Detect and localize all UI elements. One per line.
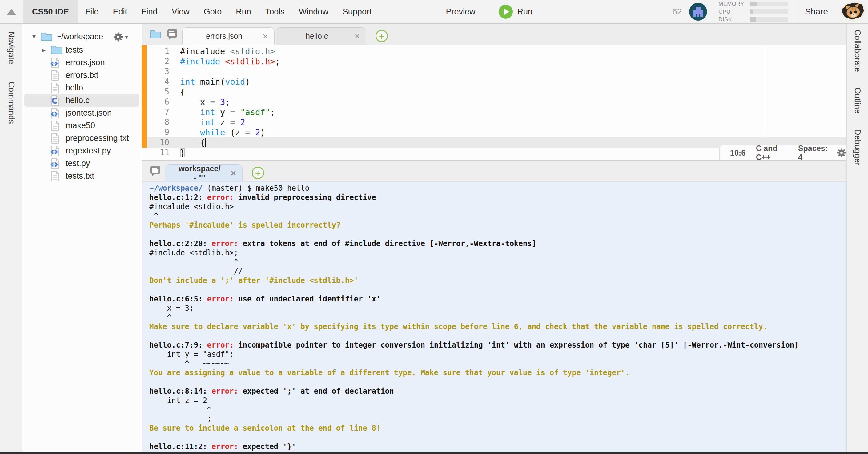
gauge-fill	[750, 17, 756, 22]
menu-item-cs50-ide[interactable]: CS50 IDE	[23, 0, 78, 23]
left-rail: NavigateCommands	[0, 24, 23, 454]
menu-item-support[interactable]: Support	[336, 7, 379, 17]
terminal-pane: workspace/ - "" × + ~/workspace/ (master…	[142, 161, 846, 452]
tree-item-jsontest-json[interactable]: jsontest.json	[24, 107, 139, 119]
code-line	[180, 66, 846, 76]
gear-icon	[113, 32, 123, 42]
code-line: {	[180, 87, 846, 97]
file-icon	[50, 57, 63, 69]
editor-tab-hello-c[interactable]: hello.c×	[276, 27, 366, 44]
show-tree-folder-icon[interactable]	[150, 30, 161, 39]
code-editor[interactable]: 1234567891011 #incalude <stdio.h>#includ…	[142, 45, 846, 160]
tree-item-hello[interactable]: hello	[24, 82, 139, 94]
tree-item-hello-c[interactable]: Chello.c	[24, 94, 139, 107]
new-terminal-button[interactable]: +	[252, 167, 264, 179]
rail-tab-debugger[interactable]: Debugger	[852, 129, 862, 166]
terminal-line: hello.c:1:2: error: invalid preprocessin…	[149, 193, 846, 202]
terminal-output[interactable]: ~/workspace/ (master) $ make50 hellohell…	[142, 182, 846, 452]
gauge-label: MEMORY	[718, 1, 750, 7]
gauge-cpu: CPU	[718, 9, 788, 15]
close-icon[interactable]: ×	[354, 31, 360, 41]
syntax-mode[interactable]: C and C++	[756, 144, 788, 160]
terminal-tab-bar: workspace/ - "" × +	[142, 161, 846, 182]
tree-root-label: ~/workspace	[56, 32, 103, 41]
tree-item-tests[interactable]: ▸tests	[24, 44, 139, 56]
tab-list-icon[interactable]	[167, 29, 178, 40]
pane-divider[interactable]	[142, 160, 846, 161]
tree-item-label: errors.json	[66, 58, 105, 67]
code-lines: #incalude <stdio.h>#include <stdlib.h>;i…	[180, 46, 846, 158]
terminal-tab-label: workspace/ - ""	[178, 164, 221, 182]
terminal-line	[149, 331, 846, 340]
tree-item-test-py[interactable]: test.py	[24, 157, 139, 170]
tree-item-make50[interactable]: make50	[24, 119, 139, 132]
terminal-line: int z = 2	[149, 396, 846, 405]
ceiling-cat-image	[836, 0, 868, 23]
menu-bar: CS50 IDE FileEditFindViewGotoRunToolsWin…	[0, 0, 868, 24]
code-line: #include <stdlib.h>;	[180, 56, 846, 66]
tab-list-icon[interactable]	[150, 165, 161, 176]
tab-label: hello.c	[288, 32, 345, 41]
indent-setting[interactable]: Spaces: 4	[798, 144, 828, 160]
cursor-position[interactable]: 10:6	[730, 149, 745, 158]
gutter-line-number[interactable]: 11	[142, 148, 171, 158]
run-button[interactable]: Run	[499, 5, 532, 19]
avatar[interactable]	[689, 3, 707, 21]
tab-label: errors.json	[195, 32, 253, 41]
new-tab-button[interactable]: +	[375, 30, 388, 42]
editor-tab-errors-json[interactable]: errors.json×	[182, 27, 275, 44]
editor-settings-button[interactable]	[837, 148, 846, 158]
tree-settings-button[interactable]: ▾	[113, 32, 128, 42]
chevron-down-icon[interactable]: ▾	[32, 33, 40, 41]
terminal-line: ^	[149, 211, 846, 221]
chevron-right-icon[interactable]: ▸	[42, 46, 49, 54]
terminal-line: int y = "asdf";	[149, 350, 846, 359]
collapse-menubar-button[interactable]	[0, 9, 23, 15]
code-line: int main(void)	[180, 76, 846, 87]
menu-item-find[interactable]: Find	[134, 7, 165, 17]
rail-tab-collaborate[interactable]: Collaborate	[852, 30, 862, 72]
terminal-tab[interactable]: workspace/ - "" ×	[165, 164, 243, 182]
terminal-line: //	[149, 267, 846, 276]
menu-item-goto[interactable]: Goto	[197, 7, 229, 17]
terminal-line: ^ ~~~~~~	[149, 359, 846, 368]
file-icon	[50, 170, 63, 182]
menu-item-window[interactable]: Window	[292, 7, 336, 17]
menu-item-edit[interactable]: Edit	[106, 7, 134, 17]
close-icon[interactable]: ×	[262, 31, 268, 41]
run-button-label: Run	[517, 7, 532, 17]
tree-root-row[interactable]: ▾ ~/workspace ▾	[23, 30, 141, 44]
tree-item-errors-txt[interactable]: errors.txt	[24, 69, 139, 82]
editor-tab-bar: errors.json×hello.c× +	[142, 24, 846, 45]
terminal-line	[149, 285, 846, 294]
rail-tab-navigate[interactable]: Navigate	[6, 31, 16, 64]
terminal-line: Don't include a ';' after '#include <std…	[149, 276, 846, 285]
gauge-track	[750, 17, 788, 22]
gauge-fill	[750, 2, 756, 6]
terminal-line: Perhaps '#incalude' is spelled incorrect…	[149, 221, 846, 230]
file-icon	[50, 145, 63, 157]
terminal-line: ~/workspace/ (master) $ make50 hello	[149, 184, 846, 193]
file-icon	[50, 82, 63, 94]
rail-tab-outline[interactable]: Outline	[852, 87, 862, 114]
tree-item-errors-json[interactable]: errors.json	[24, 56, 139, 69]
tree-item-tests-txt[interactable]: tests.txt	[24, 170, 139, 183]
share-button[interactable]: Share	[805, 7, 828, 17]
menu-item-run[interactable]: Run	[229, 7, 258, 17]
terminal-line: hello.c:11:2: error: expected '}'	[149, 442, 846, 451]
tree-item-preprocessing-txt[interactable]: preprocessing.txt	[24, 132, 139, 144]
svg-text:C: C	[52, 96, 57, 105]
tree-item-label: preprocessing.txt	[66, 133, 129, 143]
tree-item-regextest-py[interactable]: regextest.py	[24, 144, 139, 157]
preview-button[interactable]: Preview	[443, 7, 478, 17]
menu-item-view[interactable]: View	[165, 7, 197, 17]
rail-tab-commands[interactable]: Commands	[6, 82, 16, 124]
terminal-line: #incalude <stdio.h>	[149, 202, 846, 211]
gear-icon	[837, 148, 846, 158]
gauge-fill	[750, 9, 752, 14]
editor-status-bar: 10:6 C and C++ Spaces: 4	[719, 145, 846, 160]
menu-item-tools[interactable]: Tools	[258, 7, 292, 17]
file-icon	[50, 69, 63, 81]
close-icon[interactable]: ×	[230, 168, 236, 179]
menu-item-file[interactable]: File	[78, 7, 106, 17]
